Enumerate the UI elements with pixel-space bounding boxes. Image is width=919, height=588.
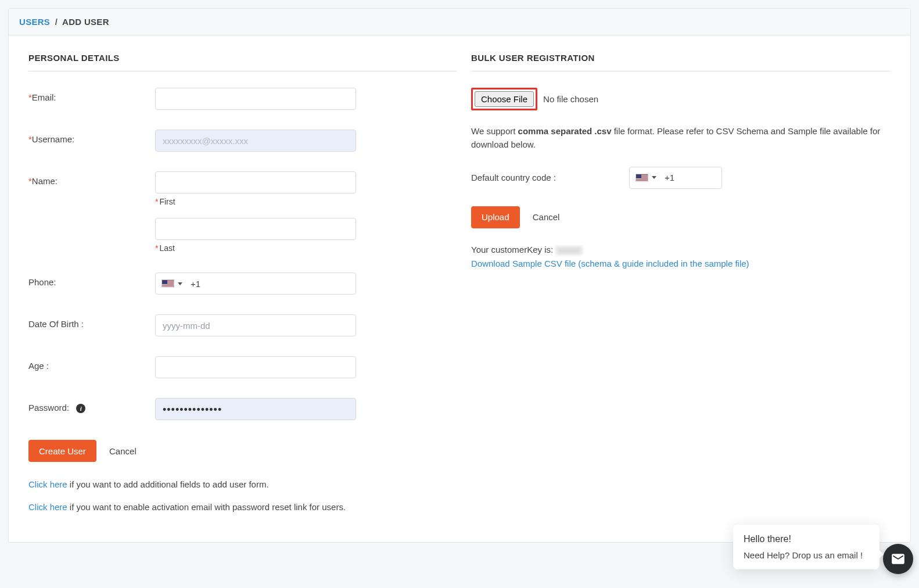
chat-greeting: Hello there! — [744, 534, 869, 544]
default-country-code-field[interactable]: +1 — [629, 167, 722, 189]
dob-label: Date Of Birth : — [28, 314, 155, 329]
email-label: *Email: — [28, 88, 155, 102]
breadcrumb-separator: / — [55, 17, 58, 27]
bulk-dial-code: +1 — [661, 173, 679, 182]
create-user-button[interactable]: Create User — [28, 440, 96, 462]
download-sample-csv-link[interactable]: Download Sample CSV file (schema & guide… — [471, 259, 749, 268]
cancel-button[interactable]: Cancel — [99, 440, 147, 462]
caret-down-icon — [178, 282, 182, 285]
customer-key-value: xxxxx — [555, 246, 583, 255]
breadcrumb-users-link[interactable]: USERS — [19, 17, 50, 27]
password-label: Password: i — [28, 398, 155, 413]
age-label: Age : — [28, 356, 155, 371]
age-field[interactable] — [155, 356, 356, 378]
add-fields-helper: Click here if you want to add additional… — [28, 479, 457, 489]
csv-support-text: We support comma separated .csv file for… — [471, 124, 891, 152]
caret-down-icon — [652, 176, 656, 179]
breadcrumb: USERS / ADD USER — [9, 9, 910, 35]
email-field[interactable] — [155, 88, 356, 110]
us-flag-icon — [161, 279, 174, 288]
phone-label: Phone: — [28, 273, 155, 287]
username-label: *Username: — [28, 130, 155, 144]
personal-details-title: PERSONAL DETAILS — [28, 53, 457, 71]
activation-link[interactable]: Click here — [28, 502, 67, 512]
bulk-cancel-button[interactable]: Cancel — [522, 206, 570, 228]
first-name-field[interactable] — [155, 171, 356, 193]
customer-key-line: Your customerKey is: xxxxx — [471, 245, 891, 255]
phone-field[interactable]: +1 — [155, 273, 356, 295]
phone-country-selector[interactable] — [156, 273, 187, 294]
us-flag-icon — [636, 174, 648, 182]
phone-dial-code: +1 — [187, 279, 205, 289]
choose-file-button[interactable]: Choose File — [475, 91, 534, 107]
activation-helper: Click here if you want to enable activat… — [28, 502, 457, 512]
password-field[interactable]: •••••••••••••• — [155, 398, 356, 420]
file-status: No file chosen — [543, 94, 598, 104]
upload-button[interactable]: Upload — [471, 206, 520, 228]
username-field[interactable] — [155, 130, 356, 152]
breadcrumb-current: ADD USER — [62, 17, 109, 27]
name-label: *Name: — [28, 171, 155, 186]
chat-popup[interactable]: Hello there! Need Help? Drop us an email… — [733, 525, 879, 551]
first-sublabel: *First — [155, 197, 457, 206]
last-sublabel: *Last — [155, 243, 457, 253]
bulk-country-selector[interactable] — [630, 167, 661, 188]
last-name-field[interactable] — [155, 218, 356, 240]
bulk-registration-title: BULK USER REGISTRATION — [471, 53, 891, 71]
choose-file-highlight: Choose File — [471, 88, 537, 110]
phone-number-input[interactable] — [205, 273, 356, 294]
chat-help-text: Need Help? Drop us an email ! — [744, 550, 869, 551]
default-country-code-label: Default country code : — [471, 173, 629, 182]
dob-field[interactable] — [155, 314, 356, 336]
info-icon[interactable]: i — [76, 404, 85, 413]
add-fields-link[interactable]: Click here — [28, 479, 67, 489]
